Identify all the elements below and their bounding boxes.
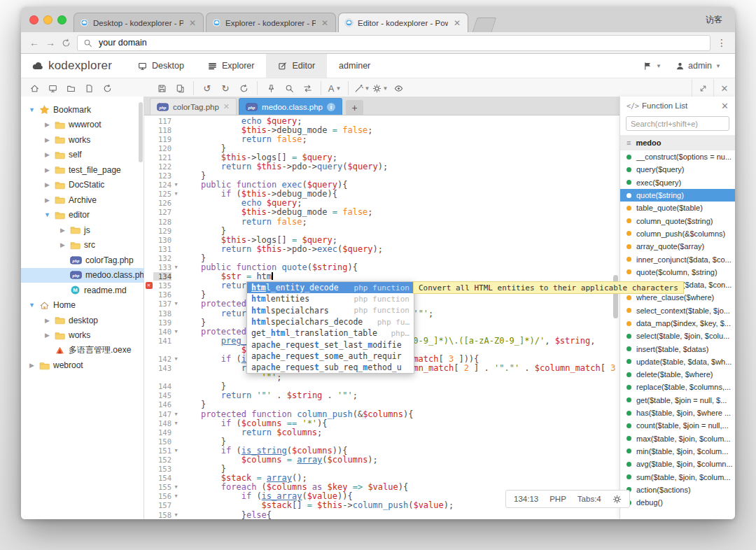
function-list-item[interactable]: count($table, $join = null,... [620, 419, 735, 432]
tree-item[interactable]: 多语言管理.oexe [21, 343, 144, 358]
toolbar-monitor-button[interactable] [43, 80, 62, 96]
tree-item[interactable]: ▶DocStatic [21, 178, 144, 193]
code-text[interactable]: } [181, 437, 620, 446]
tree-item[interactable]: ▶test_file_page [21, 162, 144, 178]
autocomplete-item[interactable]: get_html_translation_tablephp… [247, 327, 414, 339]
function-list-item[interactable]: query($query) [620, 163, 735, 176]
function-list-item[interactable]: exec($query) [620, 176, 735, 189]
autocomplete-item[interactable]: htmlentitiesphp function [247, 293, 414, 304]
toolbar-save-button[interactable] [153, 80, 171, 96]
toolbar-refresh-button[interactable] [234, 80, 253, 96]
tree-item[interactable]: ▶desktop [21, 313, 144, 328]
code-text[interactable]: return false; [181, 134, 620, 144]
tree-item[interactable]: ▶src [21, 238, 144, 253]
chevron-right-icon[interactable]: ▶ [43, 167, 51, 174]
function-search-input[interactable] [626, 116, 729, 131]
reload-icon[interactable] [62, 38, 71, 48]
traffic-light-close[interactable] [29, 15, 38, 24]
tree-item[interactable]: ▶self [21, 148, 144, 163]
url-input[interactable] [97, 37, 704, 48]
code-text[interactable]: if (is_string($columns)){ [181, 446, 620, 456]
fold-arrow-icon[interactable]: ▼ [172, 356, 181, 362]
code-text[interactable]: } [181, 171, 620, 181]
code-text[interactable]: $str = htm [181, 272, 620, 281]
browser-tab[interactable]: Desktop - kodexplorer - Power✕ [74, 13, 204, 32]
code-text[interactable]: return $this->pdo->exec($query); [181, 244, 620, 254]
language-menu[interactable]: ▼ [643, 62, 662, 71]
fold-arrow-icon[interactable]: ▼ [172, 493, 181, 499]
chevron-right-icon[interactable]: ▶ [43, 121, 51, 128]
code-text[interactable]: return '"' . $string . '"'; [181, 390, 620, 400]
tree-item[interactable]: ▼editor [21, 208, 144, 223]
code-text[interactable]: } [181, 226, 620, 236]
function-list-item[interactable]: action($actions) [620, 484, 735, 496]
code-text[interactable]: } [181, 381, 620, 391]
tree-item[interactable]: ▶js [21, 223, 144, 238]
code-text[interactable]: }else{ [181, 510, 620, 519]
fold-arrow-icon[interactable]: ▼ [172, 411, 181, 417]
function-list-item[interactable]: debug() [620, 496, 735, 509]
tree-item[interactable]: ▶Archive [21, 192, 144, 208]
traffic-light-minimize[interactable] [43, 15, 52, 24]
code-text[interactable]: $columns = array($columns); [181, 455, 620, 465]
toolbar-wand-button[interactable]: ▼ [353, 80, 371, 96]
tree-item[interactable]: ▶works [21, 132, 144, 148]
code-text[interactable]: echo $query; [181, 116, 620, 126]
browser-tab[interactable]: Editor - kodexplorer - Powered✕ [338, 13, 468, 32]
function-list-item[interactable]: sum($table, $join, $colum... [620, 470, 735, 483]
forward-icon[interactable]: → [46, 38, 55, 48]
autocomplete-item[interactable]: htmlspecialchars_decodephp fu… [247, 316, 414, 327]
app-nav-desktop[interactable]: Desktop [126, 54, 196, 78]
function-list-item[interactable]: min($table, $join, $colum... [620, 445, 735, 458]
toolbar-file-button[interactable] [80, 80, 98, 96]
toolbar-refresh-button[interactable] [98, 80, 116, 96]
function-list-item[interactable]: quote($column, $string) [620, 266, 735, 278]
toolbar-fontA-button[interactable]: A▼ [326, 80, 344, 96]
code-text[interactable]: if ($this->debug_mode){ [181, 189, 620, 199]
function-list-item[interactable]: data_map($index, $key, $... [620, 317, 735, 330]
url-box[interactable] [77, 35, 710, 51]
autocomplete-item[interactable]: apache_request_some_auth_requir [247, 351, 414, 362]
chevron-down-icon[interactable]: ▼ [28, 302, 36, 309]
close-icon[interactable]: ✕ [721, 101, 729, 111]
chevron-right-icon[interactable]: ▶ [43, 181, 51, 188]
tree-item[interactable]: ▼Home [21, 298, 144, 313]
new-file-tab-button[interactable]: + [346, 100, 363, 115]
toolbar-eye-button[interactable] [389, 80, 407, 96]
toolbar-expand-button[interactable] [692, 79, 713, 97]
fold-arrow-icon[interactable]: ▼ [172, 329, 181, 334]
function-list-item[interactable]: inner_conjunct($data, $co... [620, 253, 735, 265]
code-text[interactable]: public function quote($string){ [181, 262, 620, 272]
chevron-down-icon[interactable]: ▼ [43, 211, 51, 218]
function-list-item[interactable]: table_quote($table) [620, 202, 735, 214]
chevron-right-icon[interactable]: ▶ [28, 362, 36, 369]
function-list-item[interactable]: max($table, $join, $colum... [620, 432, 735, 445]
toolbar-pin-button[interactable] [262, 80, 280, 96]
code-text[interactable]: } [181, 400, 620, 409]
toolbar-redo-button[interactable]: ↻ [216, 80, 234, 96]
traffic-light-zoom[interactable] [57, 15, 66, 24]
autocomplete-item[interactable]: htmlspecialcharsphp function [247, 305, 414, 316]
toolbar-gear-button[interactable]: ▼ [371, 80, 389, 96]
autocomplete-item[interactable]: apache_request_set_last_modifie [247, 339, 414, 350]
code-text[interactable]: return false; [181, 217, 620, 227]
code-text[interactable]: return $columns; [181, 428, 620, 437]
fold-arrow-icon[interactable]: ▼ [172, 484, 181, 490]
tree-item[interactable]: Mreadme.md [21, 283, 144, 298]
tab-size[interactable]: Tabs:4 [578, 495, 601, 503]
code-text[interactable]: public function exec($query){ [181, 180, 620, 190]
tab-close-icon[interactable]: ✕ [188, 18, 197, 28]
code-text[interactable]: } [181, 464, 620, 474]
editor-tab[interactable]: phpmedoo.class.phpi [239, 98, 342, 115]
function-list-item[interactable]: replace($table, $columns,... [620, 381, 735, 393]
app-nav-explorer[interactable]: Explorer [196, 54, 267, 78]
fold-arrow-icon[interactable]: ▼ [172, 191, 181, 197]
toolbar-home-button[interactable] [25, 80, 43, 96]
autocomplete-item[interactable]: html_entity_decodephp function [247, 282, 414, 293]
code-text[interactable]: $stack = array(); [181, 473, 620, 483]
code-text[interactable]: $this->logs[] = $query; [181, 153, 620, 162]
chevron-right-icon[interactable]: ▶ [43, 317, 51, 324]
user-menu[interactable]: admin ▼ [676, 61, 721, 71]
code-text[interactable]: return $this->pdo->query($query); [181, 162, 620, 171]
language-mode[interactable]: PHP [550, 495, 566, 503]
